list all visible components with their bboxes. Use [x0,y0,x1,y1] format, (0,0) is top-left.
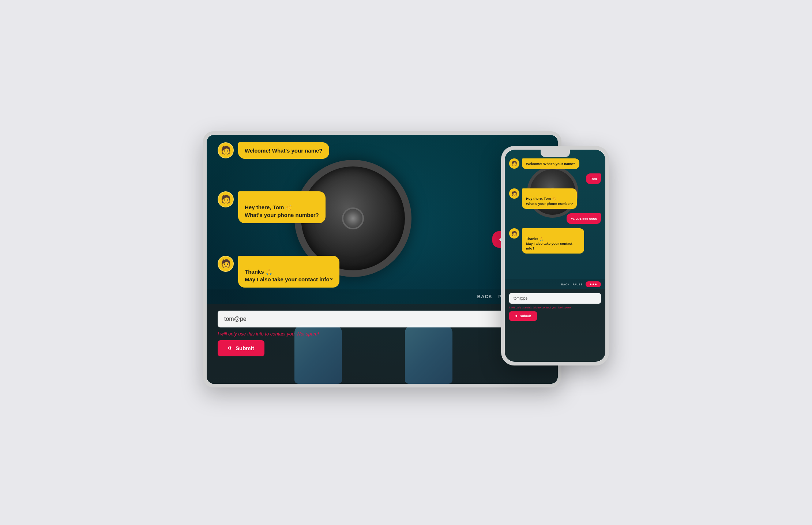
phone-device: 🧑 Welcome! What's your name? Tom 🧑 Hey t… [501,146,609,365]
phone-bot-avatar-2: 🧑 [509,188,519,199]
phone-bot-bubble-1: Welcome! What's your name? [522,158,579,169]
phone-user-bubble-2: +1 201 555 5555 [567,213,601,224]
chat-row-4: +1 201 555 5555 [218,231,547,248]
phone-chat-area: 🧑 Welcome! What's your name? Tom 🧑 Hey t… [505,150,605,290]
phone-chat-row-5: 🧑 Thanks 🙏 May I also take your contact … [509,228,601,254]
email-input[interactable] [218,311,547,327]
bot-avatar-1: 🧑 [218,142,234,158]
phone-chat-row-4: +1 201 555 5555 [509,213,601,224]
scene: 🧑 Welcome! What's your name? Tom 🧑 Hey t… [203,131,609,394]
bot-avatar-3: 🧑 [218,256,234,272]
submit-button[interactable]: ✈ Submit [218,340,264,356]
phone-screen: 🧑 Welcome! What's your name? Tom 🧑 Hey t… [505,150,605,362]
phone-submit-button[interactable]: ✈ Submit [509,311,537,321]
phone-send-icon: ✈ [515,314,518,318]
phone-dot-1 [590,284,591,285]
phone-input-area: I will only use this info to contact you… [505,289,605,361]
phone-chat-row-2: Tom [509,173,601,184]
phone-controls-bar: BACK PAUSE [505,279,605,289]
phone-user-bubble-1: Tom [586,173,601,184]
chat-row-5: 🧑 Thanks 🙏 May I also take your contact … [218,256,547,288]
chat-row-2: Tom [218,167,547,183]
phone-notch [541,150,570,157]
bot-avatar-2: 🧑 [218,191,234,207]
phone-bottom-row: ✈ Submit [509,311,601,321]
phone-chat-row-1: 🧑 Welcome! What's your name? [509,158,601,169]
phone-more-options-button[interactable] [586,281,601,287]
bot-bubble-2: Hey there, Tom 👋 What's your phone numbe… [238,191,326,223]
phone-dot-3 [595,284,597,285]
phone-back-button[interactable]: BACK [561,283,569,286]
bottom-row: ✈ Submit [218,340,547,356]
phone-email-input[interactable] [509,293,601,304]
bot-bubble-1: Welcome! What's your name? [238,142,329,159]
chat-row-1: 🧑 Welcome! What's your name? [218,142,547,159]
phone-bot-bubble-2: Hey there, Tom 👋 What's your phone numbe… [522,188,577,209]
phone-bot-avatar-3: 🧑 [509,228,519,239]
back-button[interactable]: BACK [477,294,493,299]
bot-bubble-3: Thanks 🙏 May I also take your contact in… [238,256,339,288]
phone-dot-2 [593,284,594,285]
phone-hint-text: I will only use this info to contact you… [509,306,601,309]
send-icon: ✈ [228,345,233,352]
hint-text: I will only use this info to contact you… [218,331,547,337]
chat-row-3: 🧑 Hey there, Tom 👋 What's your phone num… [218,191,547,223]
phone-chat-row-3: 🧑 Hey there, Tom 👋 What's your phone num… [509,188,601,209]
phone-bot-bubble-3: Thanks 🙏 May I also take your contact in… [522,228,584,254]
phone-pause-button[interactable]: PAUSE [572,283,583,286]
phone-bot-avatar-1: 🧑 [509,158,519,169]
